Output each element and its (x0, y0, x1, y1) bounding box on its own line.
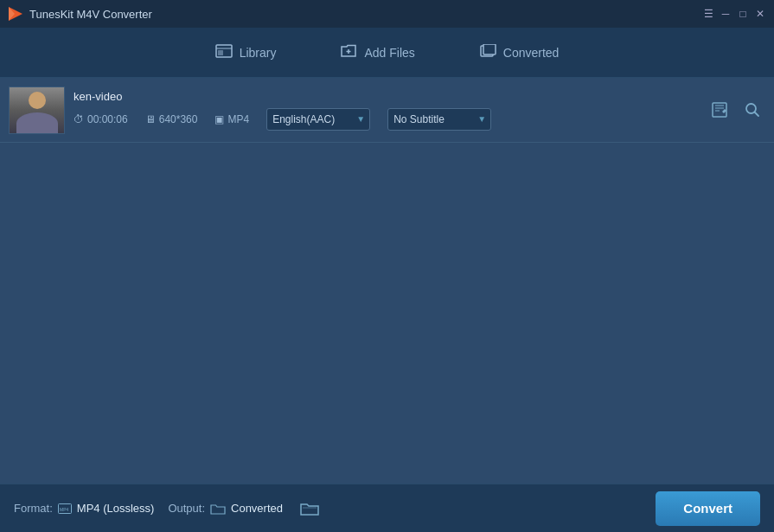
app-title: TunesKit M4V Converter (29, 8, 152, 21)
svg-text:MP4: MP4 (60, 507, 69, 512)
converted-icon (479, 44, 496, 61)
nav-library[interactable]: Library (205, 37, 287, 68)
thumbnail-image (10, 87, 64, 134)
app-logo-icon (7, 5, 24, 22)
menu-button[interactable]: ☰ (701, 7, 715, 21)
close-icon: ✕ (756, 8, 764, 20)
nav-add-files[interactable]: Add Files (329, 37, 425, 68)
search-icon (744, 101, 761, 119)
resolution-icon: 🖥 (145, 113, 156, 125)
file-row: ken-video ⏱ 00:00:06 🖥 640*360 ▣ MP4 Eng… (0, 78, 774, 143)
format-label: Format: (14, 502, 53, 515)
menu-icon: ☰ (704, 8, 713, 20)
file-actions (707, 97, 765, 123)
nav-bar: Library Add Files Converted (0, 28, 774, 78)
file-meta: ⏱ 00:00:06 🖥 640*360 ▣ MP4 English(AAC) … (74, 108, 698, 131)
resolution-item: 🖥 640*360 (145, 113, 198, 125)
subtitle-dropdown-wrapper: No Subtitle ▼ (387, 108, 491, 131)
minimize-icon: ─ (722, 8, 730, 20)
format-section: Format: MP4 MP4 (Lossless) (14, 502, 154, 515)
add-files-icon (340, 44, 357, 61)
library-label: Library (240, 46, 277, 60)
content-area: ken-video ⏱ 00:00:06 🖥 640*360 ▣ MP4 Eng… (0, 78, 774, 484)
file-info: ken-video ⏱ 00:00:06 🖥 640*360 ▣ MP4 Eng… (74, 90, 698, 131)
audio-dropdown-wrapper: English(AAC) ▼ (266, 108, 370, 131)
bottom-bar: Format: MP4 MP4 (Lossless) Output: Conve… (0, 484, 774, 532)
video-thumbnail (9, 87, 65, 134)
format-value-bottom: MP4 (Lossless) (77, 502, 155, 515)
nav-converted[interactable]: Converted (469, 37, 570, 68)
subtitle-dropdown[interactable]: No Subtitle (387, 108, 491, 131)
format-item: ▣ MP4 (214, 113, 249, 125)
add-files-label: Add Files (364, 46, 414, 60)
resolution-value: 640*360 (159, 113, 198, 125)
duration-value: 00:00:06 (87, 113, 128, 125)
edit-button[interactable] (707, 97, 732, 123)
format-icon: ▣ (214, 113, 224, 125)
svg-rect-8 (483, 44, 496, 54)
title-left: TunesKit M4V Converter (7, 5, 152, 22)
file-name: ken-video (74, 90, 698, 103)
search-button[interactable] (739, 97, 765, 123)
audio-dropdown[interactable]: English(AAC) (266, 108, 370, 131)
svg-rect-4 (218, 50, 223, 55)
output-value-bottom: Converted (231, 502, 283, 515)
library-icon (215, 44, 233, 61)
window-controls: ☰ ─ □ ✕ (701, 7, 767, 21)
output-label: Output: (168, 502, 205, 515)
maximize-icon: □ (739, 8, 745, 20)
format-value-meta: MP4 (227, 113, 249, 125)
output-section: Output: Converted (168, 502, 283, 515)
edit-icon (711, 101, 728, 119)
converted-label: Converted (503, 46, 560, 60)
open-folder-button[interactable] (300, 501, 319, 516)
clock-icon: ⏱ (74, 113, 84, 125)
title-bar: TunesKit M4V Converter ☰ ─ □ ✕ (0, 0, 774, 28)
open-folder-icon (300, 501, 319, 516)
minimize-button[interactable]: ─ (719, 7, 732, 21)
convert-button[interactable]: Convert (656, 491, 760, 526)
duration-item: ⏱ 00:00:06 (74, 113, 128, 125)
maximize-button[interactable]: □ (736, 7, 750, 21)
format-file-icon: MP4 (58, 503, 72, 514)
output-folder-icon (210, 503, 226, 515)
svg-line-11 (755, 112, 759, 117)
close-button[interactable]: ✕ (753, 7, 767, 21)
